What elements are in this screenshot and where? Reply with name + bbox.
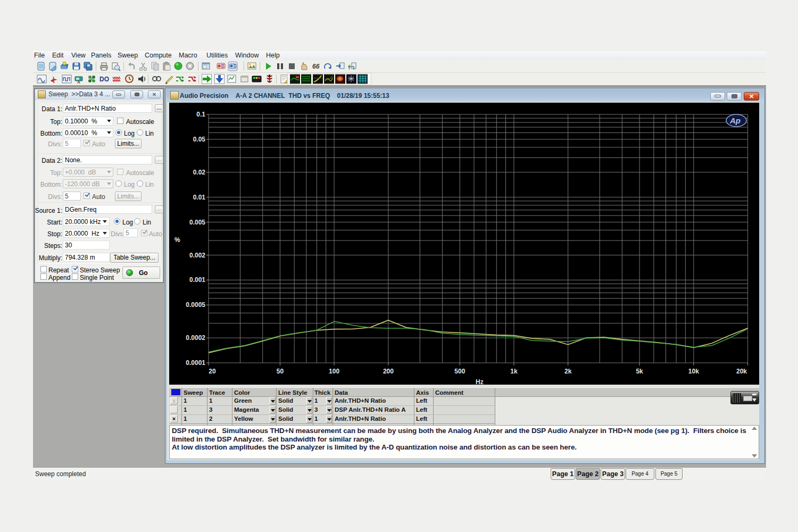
svg-text:1k: 1k [510,368,518,375]
svg-text:%: % [174,236,180,244]
svg-text:0.0001: 0.0001 [186,359,205,367]
svg-text:0.05: 0.05 [193,136,206,143]
svg-text:0.0005: 0.0005 [186,301,205,309]
svg-text:5k: 5k [636,368,643,375]
svg-text:Ap: Ap [729,116,741,125]
svg-text:0.02: 0.02 [193,169,206,176]
svg-text:0.002: 0.002 [189,252,205,259]
svg-text:500: 500 [454,368,465,375]
svg-text:50: 50 [277,368,284,375]
svg-text:0.001: 0.001 [189,276,205,284]
svg-text:66: 66 [312,63,320,70]
svg-text:100: 100 [329,368,339,375]
svg-text:0.0002: 0.0002 [186,334,205,342]
svg-text:2k: 2k [564,368,572,375]
svg-text:200: 200 [383,368,394,375]
svg-text:10k: 10k [688,368,699,375]
svg-text:0.005: 0.005 [189,219,205,226]
svg-text:DO: DO [99,76,109,83]
svg-text:0.1: 0.1 [196,111,205,118]
svg-text:Hz: Hz [476,378,484,385]
svg-text:20k: 20k [736,368,747,375]
svg-text:?: ? [348,66,351,71]
svg-text:20: 20 [209,368,216,375]
svg-text:0.01: 0.01 [193,194,206,201]
